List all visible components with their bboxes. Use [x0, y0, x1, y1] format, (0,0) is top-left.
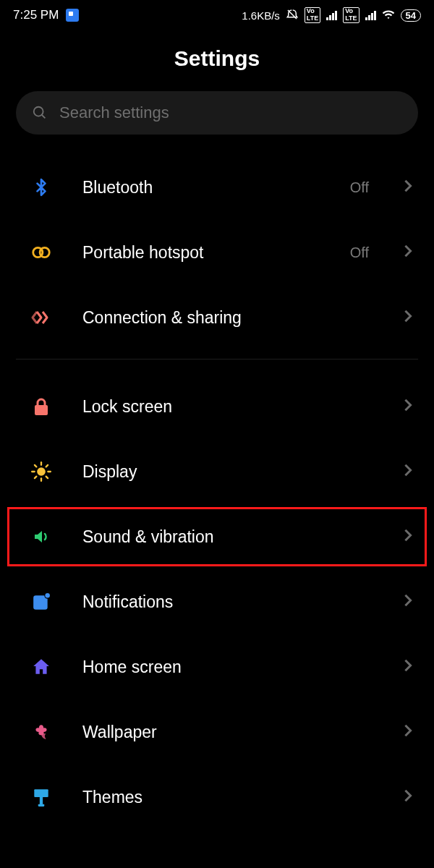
row-bluetooth[interactable]: Bluetooth Off: [0, 155, 434, 220]
status-data-rate: 1.6KB/s: [242, 9, 280, 22]
hotspot-icon: [29, 244, 54, 260]
battery-indicator: 54: [401, 9, 421, 22]
chevron-right-icon: [404, 398, 412, 415]
chevron-right-icon: [404, 179, 412, 196]
row-label: Wallpaper: [82, 723, 375, 742]
lock-icon: [29, 397, 54, 416]
page-title: Settings: [0, 46, 434, 71]
search-icon: [32, 105, 48, 121]
row-lock-screen[interactable]: Lock screen: [0, 374, 434, 439]
row-value: Off: [350, 244, 369, 261]
svg-point-5: [37, 467, 46, 476]
volte-badge-1: VoLTE: [305, 7, 320, 23]
flower-icon: [29, 723, 54, 741]
row-wallpaper[interactable]: Wallpaper: [0, 699, 434, 765]
settings-group-connectivity: Bluetooth Off Portable hotspot Off Conne…: [0, 155, 434, 350]
row-sound-vibration[interactable]: Sound & vibration: [0, 504, 434, 569]
row-label: Notifications: [82, 592, 375, 612]
svg-point-16: [45, 593, 50, 598]
status-time: 7:25 PM: [13, 8, 59, 22]
svg-rect-18: [40, 797, 43, 805]
row-label: Sound & vibration: [82, 527, 375, 547]
search-input[interactable]: [59, 103, 402, 122]
row-label: Display: [82, 462, 375, 482]
settings-group-device: Lock screen Display Sound & vibration No…: [0, 374, 434, 830]
recent-app-icon: [66, 9, 79, 22]
chevron-right-icon: [404, 463, 412, 480]
row-themes[interactable]: Themes: [0, 765, 434, 830]
svg-rect-19: [38, 804, 45, 807]
svg-point-0: [34, 107, 43, 116]
chevron-right-icon: [404, 723, 412, 741]
row-connection-sharing[interactable]: Connection & sharing: [0, 285, 434, 350]
svg-rect-4: [35, 405, 48, 415]
svg-line-11: [46, 477, 48, 478]
row-label: Home screen: [82, 658, 375, 677]
chevron-right-icon: [404, 788, 412, 806]
section-divider: [16, 359, 418, 359]
chevron-right-icon: [404, 593, 412, 610]
svg-line-12: [35, 477, 36, 478]
row-label: Lock screen: [82, 397, 375, 417]
row-hotspot[interactable]: Portable hotspot Off: [0, 220, 434, 285]
row-value: Off: [350, 179, 369, 196]
chevron-right-icon: [404, 309, 412, 326]
chevron-right-icon: [404, 528, 412, 545]
home-icon: [29, 658, 54, 676]
volte-badge-2: VoLTE: [343, 7, 359, 23]
sun-icon: [29, 461, 54, 482]
row-label: Connection & sharing: [82, 308, 375, 328]
svg-line-10: [35, 465, 36, 467]
share-icon: [29, 308, 54, 327]
svg-line-1: [42, 115, 46, 119]
sound-icon: [29, 528, 54, 545]
svg-rect-17: [34, 789, 48, 797]
svg-line-13: [46, 465, 48, 467]
status-bar: 7:25 PM 1.6KB/s VoLTE VoLTE 54: [0, 0, 434, 29]
dnd-icon: [286, 8, 299, 23]
row-notifications[interactable]: Notifications: [0, 569, 434, 634]
row-display[interactable]: Display: [0, 439, 434, 504]
chevron-right-icon: [404, 244, 412, 261]
wifi-icon: [382, 8, 395, 23]
row-label: Portable hotspot: [82, 243, 321, 263]
search-bar[interactable]: [16, 91, 418, 135]
signal-bars-2: [365, 10, 376, 20]
row-home-screen[interactable]: Home screen: [0, 634, 434, 699]
chevron-right-icon: [404, 658, 412, 676]
brush-icon: [29, 787, 54, 807]
bluetooth-icon: [29, 176, 54, 198]
row-label: Themes: [82, 788, 375, 807]
notifications-icon: [29, 592, 54, 611]
row-label: Bluetooth: [82, 178, 321, 197]
svg-point-3: [40, 247, 49, 257]
signal-bars-1: [326, 10, 337, 20]
